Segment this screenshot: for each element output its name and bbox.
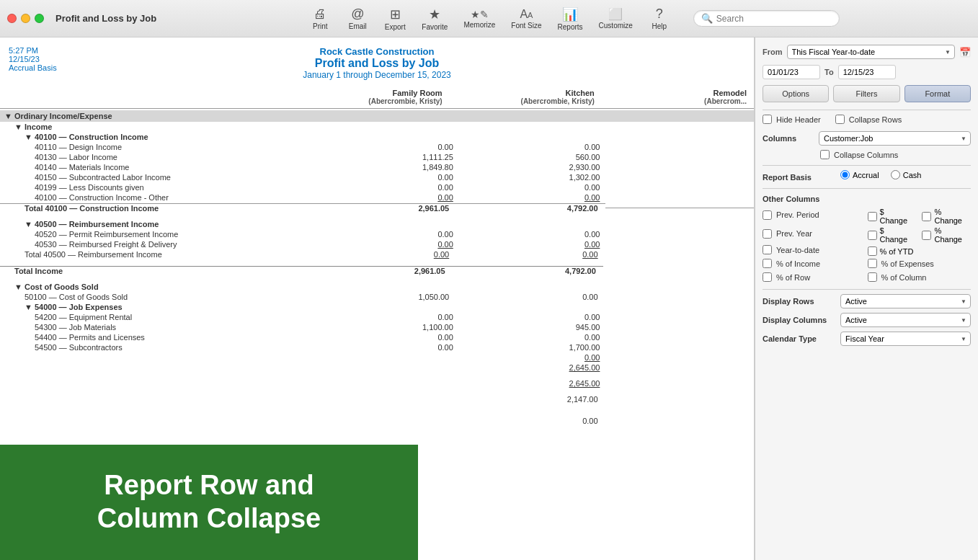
email-button[interactable]: @ Email <box>339 4 375 33</box>
date-from-input[interactable] <box>763 65 820 79</box>
columns-dropdown[interactable]: Customer:Job <box>819 131 971 146</box>
prev-year-label[interactable]: Prev. Year <box>776 229 812 238</box>
customize-icon: ⬜ <box>608 7 623 21</box>
row-40530[interactable]: 40530 — Reimbursed Freight & Delivery 0.… <box>0 239 754 249</box>
pct-ytd-checkbox[interactable] <box>868 246 877 256</box>
row-54000-header: ▼ 54000 — Job Expenses <box>0 302 754 312</box>
title-bar: Profit and Loss by Job 🖨 Print @ Email ⊞… <box>0 0 978 37</box>
reports-button[interactable]: 📊 Reports <box>551 4 590 34</box>
font-size-button[interactable]: AA Font Size <box>504 5 548 32</box>
favorite-label: Favorite <box>422 23 448 31</box>
memorize-button[interactable]: ★✎ Memorize <box>456 6 502 32</box>
font-size-label: Font Size <box>511 22 541 30</box>
collapse-columns-label[interactable]: Collapse Columns <box>834 151 898 159</box>
row-40130-v1: 1,111.25 <box>314 153 461 161</box>
pct-row-label[interactable]: % of Row <box>776 273 810 282</box>
memorize-label: Memorize <box>463 21 495 29</box>
row-40110[interactable]: 40110 — Design Income 0.00 0.00 <box>0 142 754 152</box>
pct-expenses-row: % of Expenses <box>868 259 972 268</box>
row-40520-label: 40520 — Permit Reimbursement Income <box>0 230 314 239</box>
search-box[interactable]: 🔍 <box>693 10 840 27</box>
maximize-button[interactable] <box>35 14 44 23</box>
row-40520[interactable]: 40520 — Permit Reimbursement Income 0.00… <box>0 229 754 239</box>
from-dropdown[interactable]: This Fiscal Year-to-date <box>787 45 956 59</box>
date-inputs-row: To <box>763 65 971 79</box>
print-button[interactable]: 🖨 Print <box>302 4 338 33</box>
dollar-change2-label[interactable]: $ Change <box>880 226 914 244</box>
export-button[interactable]: ⊞ Export <box>377 4 413 34</box>
row-40140-label: 40140 — Materials Income <box>0 163 314 172</box>
pct-ytd-label[interactable]: % of YTD <box>880 247 914 256</box>
pct-row-checkbox[interactable] <box>763 272 772 282</box>
prev-period-checkbox[interactable] <box>763 210 772 220</box>
ytd-label[interactable]: Year-to-date <box>776 246 819 254</box>
email-icon: @ <box>351 6 364 22</box>
row-total-income-label: Total Income <box>0 266 301 275</box>
row-40140[interactable]: 40140 — Materials Income 1,849.80 2,930.… <box>0 162 754 172</box>
pct-expenses-checkbox[interactable] <box>868 259 877 268</box>
row-40199[interactable]: 40199 — Less Discounts given 0.00 0.00 <box>0 182 754 192</box>
customize-button[interactable]: ⬜ Customize <box>592 4 640 32</box>
favorite-button[interactable]: ★ Favorite <box>414 4 455 34</box>
row-54200[interactable]: 54200 — Equipment Rental 0.00 0.00 <box>0 312 754 322</box>
search-input[interactable] <box>716 14 832 24</box>
close-button[interactable] <box>7 14 17 23</box>
accrual-radio[interactable] <box>840 170 850 179</box>
collapse-rows-checkbox[interactable] <box>835 115 845 124</box>
display-rows-dropdown[interactable]: Active <box>840 294 971 308</box>
display-columns-dropdown[interactable]: Active <box>840 313 971 327</box>
filters-button[interactable]: Filters <box>833 85 899 102</box>
row-50100[interactable]: 50100 — Cost of Goods Sold 1,050.00 0.00 <box>0 292 754 302</box>
minimize-button[interactable] <box>21 14 30 23</box>
help-button[interactable]: ? Help <box>641 4 677 33</box>
pct-change2-label[interactable]: % Change <box>934 226 971 244</box>
row-40150-label: 40150 — Subcontracted Labor Income <box>0 173 314 182</box>
dollar-change2-checkbox[interactable] <box>868 231 877 240</box>
divider-2 <box>763 165 971 166</box>
collapse-rows-label[interactable]: Collapse Rows <box>849 115 902 124</box>
columns-dropdown-wrap[interactable]: Customer:Job <box>819 131 971 146</box>
cash-radio[interactable] <box>891 170 900 179</box>
row-40530-v2: 0.00 <box>461 240 608 249</box>
pct-expenses-label[interactable]: % of Expenses <box>881 259 934 268</box>
row-54200-label: 54200 — Equipment Rental <box>0 313 314 321</box>
col-header-2-label: Remodel <box>602 89 747 97</box>
row-54500[interactable]: 54500 — Subcontractors 0.00 1,700.00 <box>0 342 754 352</box>
row-54300[interactable]: 54300 — Job Materials 1,100.00 945.00 <box>0 322 754 332</box>
calendar-type-wrap[interactable]: Fiscal Year <box>840 332 971 346</box>
prev-period-label[interactable]: Prev. Period <box>776 210 819 219</box>
prev-year-checkbox[interactable] <box>763 229 772 239</box>
hide-header-label[interactable]: Hide Header <box>776 115 821 124</box>
pct-income-checkbox[interactable] <box>763 259 772 268</box>
cash-radio-label[interactable]: Cash <box>891 170 922 179</box>
dollar-change1-label[interactable]: $ Change <box>880 208 914 225</box>
format-button[interactable]: Format <box>904 85 971 102</box>
pct-income-label[interactable]: % of Income <box>776 259 820 268</box>
option-buttons-row: Options Filters Format <box>763 85 971 102</box>
pct-change2-checkbox[interactable] <box>922 231 931 240</box>
pct-column-checkbox[interactable] <box>868 272 877 282</box>
row-cogs-label: ▼ Cost of Goods Sold <box>0 283 301 291</box>
from-dropdown-wrap[interactable]: This Fiscal Year-to-date <box>787 45 956 59</box>
row-54200-v1: 0.00 <box>314 313 461 321</box>
calendar-type-dropdown[interactable]: Fiscal Year <box>840 332 971 346</box>
pct-change1-checkbox[interactable] <box>922 212 931 221</box>
collapse-columns-checkbox[interactable] <box>820 150 830 159</box>
row-40150[interactable]: 40150 — Subcontracted Labor Income 0.00 … <box>0 172 754 182</box>
report-title: Profit and Loss by Job <box>14 57 739 70</box>
dollar-change1-checkbox[interactable] <box>868 212 877 221</box>
row-40130[interactable]: 40130 — Labor Income 1,111.25 560.00 <box>0 152 754 162</box>
display-rows-wrap[interactable]: Active <box>840 294 971 308</box>
accrual-radio-label[interactable]: Accrual <box>840 170 879 179</box>
pct-change1-label[interactable]: % Change <box>934 208 971 225</box>
display-columns-wrap[interactable]: Active <box>840 313 971 327</box>
ytd-checkbox[interactable] <box>763 245 772 254</box>
date-to-input[interactable] <box>838 65 896 79</box>
pct-column-label[interactable]: % of Column <box>881 273 927 282</box>
options-button[interactable]: Options <box>763 85 829 102</box>
hide-header-checkbox[interactable] <box>763 115 772 124</box>
traffic-lights <box>7 14 44 23</box>
row-54400[interactable]: 54400 — Permits and Licenses 0.00 0.00 <box>0 332 754 342</box>
row-40100-other[interactable]: 40100 — Construction Income - Other 0.00… <box>0 192 754 203</box>
row-50100-v2: 0.00 <box>456 293 605 301</box>
